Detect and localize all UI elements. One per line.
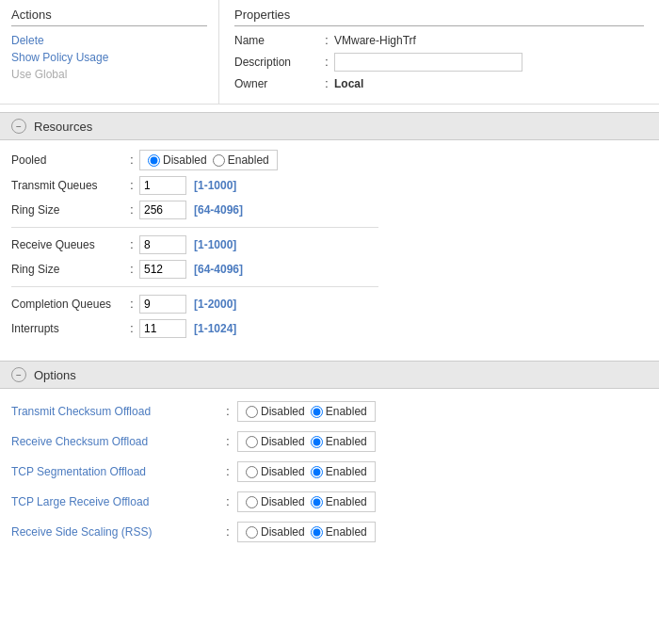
- rss-disabled-label[interactable]: Disabled: [246, 525, 305, 539]
- tcp-seg-radio-group: Disabled Enabled: [237, 461, 376, 482]
- tcp-lro-enabled-radio[interactable]: [311, 496, 323, 508]
- description-row: Description :: [234, 53, 644, 72]
- tcp-seg-row: TCP Segmentation Offload : Disabled Enab…: [11, 459, 648, 485]
- transmit-queues-label: Transmit Queues: [11, 179, 124, 192]
- tx-checksum-enabled-radio[interactable]: [311, 406, 323, 418]
- receive-queues-label: Receive Queues: [11, 238, 124, 251]
- resources-collapse-icon[interactable]: −: [11, 119, 26, 134]
- name-label: Name: [234, 34, 319, 47]
- rx-checksum-radio-group: Disabled Enabled: [237, 431, 376, 452]
- tcp-seg-enabled-label[interactable]: Enabled: [311, 465, 367, 478]
- resources-section: − Resources Pooled : Disabled Enabled Tr…: [0, 112, 659, 353]
- pooled-row: Pooled : Disabled Enabled: [11, 150, 648, 170]
- rx-ring-size-row: Ring Size : [64-4096]: [11, 260, 648, 279]
- transmit-queues-sep: :: [124, 179, 139, 192]
- tcp-seg-disabled-radio[interactable]: [246, 466, 258, 478]
- tx-checksum-disabled-radio[interactable]: [246, 406, 258, 418]
- transmit-queues-value: [1-1000]: [139, 176, 236, 195]
- completion-queues-input[interactable]: [139, 295, 186, 314]
- owner-label: Owner: [234, 77, 319, 90]
- interrupts-input[interactable]: [139, 319, 186, 338]
- tx-checksum-radio-group: Disabled Enabled: [237, 401, 376, 422]
- rx-ring-size-sep: :: [124, 263, 139, 276]
- pooled-label: Pooled: [11, 153, 124, 167]
- rx-checksum-row: Receive Checksum Offload : Disabled Enab…: [11, 428, 648, 455]
- tcp-seg-disabled-label[interactable]: Disabled: [246, 465, 305, 478]
- rss-disabled-text: Disabled: [261, 525, 305, 539]
- owner-row: Owner : Local: [234, 77, 644, 90]
- tx-checksum-enabled-text: Enabled: [326, 405, 367, 418]
- completion-queues-range: [1-2000]: [194, 298, 236, 311]
- pooled-disabled-label[interactable]: Disabled: [148, 153, 207, 167]
- tcp-lro-label: TCP Large Receive Offload: [11, 495, 218, 508]
- show-policy-usage-action[interactable]: Show Policy Usage: [11, 51, 207, 64]
- actions-panel: Actions Delete Show Policy Usage Use Glo…: [0, 0, 219, 104]
- completion-queues-value: [1-2000]: [139, 295, 236, 314]
- options-header: − Options: [0, 361, 659, 389]
- rx-checksum-sep: :: [218, 435, 237, 448]
- tx-checksum-label: Transmit Checksum Offload: [11, 405, 218, 418]
- tcp-lro-disabled-radio[interactable]: [246, 496, 258, 508]
- tcp-seg-enabled-text: Enabled: [326, 465, 367, 478]
- pooled-sep: :: [124, 153, 139, 167]
- rx-checksum-label: Receive Checksum Offload: [11, 435, 218, 448]
- tx-checksum-row: Transmit Checksum Offload : Disabled Ena…: [11, 398, 648, 425]
- pooled-disabled-text: Disabled: [163, 153, 207, 167]
- resources-title: Resources: [34, 120, 92, 134]
- tcp-lro-enabled-label[interactable]: Enabled: [311, 495, 367, 508]
- rss-enabled-radio[interactable]: [311, 526, 323, 539]
- rx-ring-size-range: [64-4096]: [194, 263, 243, 276]
- tcp-lro-radio-group: Disabled Enabled: [237, 491, 376, 512]
- completion-queues-label: Completion Queues: [11, 298, 124, 311]
- use-global-action: Use Global: [11, 68, 207, 81]
- delete-action[interactable]: Delete: [11, 34, 207, 47]
- interrupts-row: Interrupts : [1-1024]: [11, 319, 648, 338]
- actions-title: Actions: [11, 8, 207, 26]
- transmit-queues-input[interactable]: [139, 176, 186, 195]
- rss-sep: :: [218, 525, 237, 539]
- properties-title: Properties: [234, 8, 644, 26]
- rx-checksum-enabled-radio[interactable]: [311, 436, 323, 448]
- tcp-lro-enabled-text: Enabled: [326, 495, 367, 508]
- pooled-enabled-radio[interactable]: [213, 154, 225, 167]
- resources-content: Pooled : Disabled Enabled Transmit Queue…: [0, 140, 659, 353]
- description-input[interactable]: [334, 53, 522, 72]
- description-sep: :: [319, 56, 334, 69]
- tx-checksum-disabled-label[interactable]: Disabled: [246, 405, 305, 418]
- properties-panel: Properties Name : VMware-HighTrf Descrip…: [219, 0, 659, 104]
- options-content: Transmit Checksum Offload : Disabled Ena…: [0, 389, 659, 558]
- rx-checksum-enabled-label[interactable]: Enabled: [311, 435, 367, 448]
- pooled-enabled-label[interactable]: Enabled: [213, 153, 269, 167]
- tx-ring-size-sep: :: [124, 203, 139, 217]
- name-row: Name : VMware-HighTrf: [234, 34, 644, 47]
- tx-ring-size-input[interactable]: [139, 201, 186, 219]
- tcp-seg-sep: :: [218, 465, 237, 478]
- owner-value: Local: [334, 77, 644, 90]
- tx-checksum-sep: :: [218, 405, 237, 418]
- rss-radio-group: Disabled Enabled: [237, 522, 376, 542]
- top-area: Actions Delete Show Policy Usage Use Glo…: [0, 0, 659, 105]
- tx-ring-size-value: [64-4096]: [139, 201, 243, 219]
- pooled-disabled-radio[interactable]: [148, 154, 160, 167]
- tcp-seg-label: TCP Segmentation Offload: [11, 465, 218, 478]
- tcp-lro-disabled-text: Disabled: [261, 495, 305, 508]
- tx-ring-size-label: Ring Size: [11, 203, 124, 217]
- tx-checksum-enabled-label[interactable]: Enabled: [311, 405, 367, 418]
- rx-checksum-disabled-radio[interactable]: [246, 436, 258, 448]
- rx-ring-size-input[interactable]: [139, 260, 186, 279]
- rss-disabled-radio[interactable]: [246, 526, 258, 539]
- description-value: [334, 53, 644, 72]
- rx-checksum-disabled-text: Disabled: [261, 435, 305, 448]
- interrupts-sep: :: [124, 322, 139, 335]
- rx-checksum-disabled-label[interactable]: Disabled: [246, 435, 305, 448]
- options-collapse-icon[interactable]: −: [11, 367, 26, 382]
- name-sep: :: [319, 34, 334, 47]
- rss-enabled-label[interactable]: Enabled: [311, 525, 367, 539]
- tcp-lro-disabled-label[interactable]: Disabled: [246, 495, 305, 508]
- rss-enabled-text: Enabled: [326, 525, 367, 539]
- tcp-lro-sep: :: [218, 495, 237, 508]
- receive-queues-input[interactable]: [139, 235, 186, 254]
- tcp-seg-enabled-radio[interactable]: [311, 466, 323, 478]
- rx-ring-size-label: Ring Size: [11, 263, 124, 276]
- tcp-lro-row: TCP Large Receive Offload : Disabled Ena…: [11, 489, 648, 515]
